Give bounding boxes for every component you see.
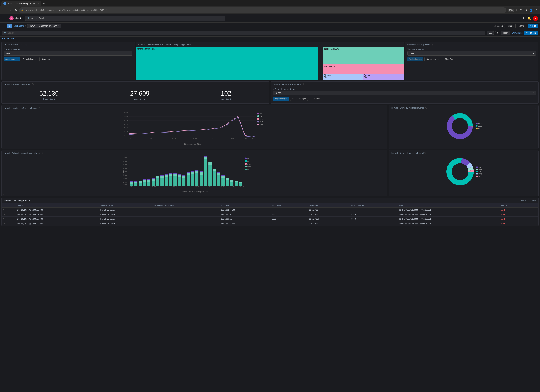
network-transport-type-dropdown[interactable]: Select... ▾: [273, 91, 536, 95]
info-icon-event[interactable]: ⓘ: [32, 83, 34, 85]
bell-icon[interactable]: 🔔: [527, 16, 532, 20]
treemap-menu-icon[interactable]: ⋮: [400, 44, 402, 46]
treemap-region-au: Australia 7%: [323, 64, 403, 74]
plus-icon: +: [2, 37, 3, 40]
clear-form-button-firewall[interactable]: Clear form: [40, 57, 52, 61]
col-source-port[interactable]: source.port: [270, 203, 308, 208]
firewall-selector-title: Firewall Selector [pfSense]: [4, 44, 26, 46]
svg-rect-115: [226, 179, 229, 180]
download-button[interactable]: ⬇: [525, 8, 528, 12]
svg-rect-82: [178, 175, 181, 177]
address-bar[interactable]: 🔒 kali-purple.kali.purple:5601/app/dashb…: [19, 7, 506, 13]
cell-src-port-2: 5353: [270, 217, 308, 221]
events-time-menu[interactable]: ⋮: [383, 107, 385, 109]
events-interface-scroll[interactable]: ↔: [390, 146, 391, 148]
stat-rdr: 102 rdr - Count: [221, 90, 231, 100]
back-button[interactable]: ←: [2, 8, 7, 12]
profile-button[interactable]: 👤: [529, 8, 533, 12]
col-event-action[interactable]: event.action: [499, 203, 538, 208]
hamburger-button[interactable]: ☰: [2, 24, 6, 28]
svg-point-138: [245, 169, 247, 170]
chevron-down-icon-interface: ▾: [533, 52, 534, 55]
discover-table-wrapper[interactable]: Time ↑ observer.name observer.ingress.vl…: [2, 203, 538, 226]
row-expand-2[interactable]: >: [3, 218, 5, 220]
add-filter-button[interactable]: + + Add filter: [0, 37, 540, 40]
dashboard-row-1: Firewall Selector [pfSense] ⓘ ▽ Firewall…: [1, 42, 539, 80]
edit-button[interactable]: ✎ Edit: [528, 24, 538, 28]
svg-rect-103: [208, 162, 211, 164]
info-icon-events-interface[interactable]: ⓘ: [425, 107, 427, 109]
network-transport-scroll[interactable]: ↔: [390, 194, 391, 195]
info-icon-firewall[interactable]: ⓘ: [27, 44, 29, 46]
time-filter[interactable]: Today: [501, 31, 510, 35]
cancel-changes-button-transport[interactable]: Cancel changes: [290, 97, 308, 101]
info-icon-events-time[interactable]: ⓘ: [38, 107, 40, 109]
clear-form-button-interface[interactable]: Clear form: [443, 57, 456, 61]
svg-text:end: end: [260, 113, 262, 114]
active-browser-tab[interactable]: Firewall - Dashboard [pfSense] ✕: [1, 1, 41, 6]
bookmark-button[interactable]: ☆: [515, 8, 519, 12]
search-input[interactable]: 🔍 Search: [2, 30, 485, 35]
forward-button[interactable]: →: [8, 8, 13, 12]
fullscreen-button[interactable]: Full screen: [491, 24, 505, 28]
svg-rect-74: [165, 174, 168, 175]
info-icon-interface[interactable]: ⓘ: [432, 44, 433, 46]
kql-settings-button[interactable]: ⚙: [495, 31, 499, 35]
svg-rect-67: [156, 176, 159, 179]
col-vlan[interactable]: observer.ingress.vlan.id: [152, 203, 219, 208]
grid-icon[interactable]: ⊞: [522, 16, 525, 20]
network-transport-header: Firewall - Network Transport [pfSense] ⓘ…: [389, 150, 538, 155]
cell-rule-1: 02f4ba031b57d1e30553ce0be0ec131: [397, 212, 499, 217]
row-expand-0[interactable]: >: [3, 208, 5, 211]
clone-button[interactable]: Clone: [517, 24, 526, 28]
legend-block: block: [476, 123, 482, 125]
elastic-menu-button[interactable]: ☰: [2, 16, 7, 20]
apply-changes-button-interface[interactable]: Apply changes: [407, 57, 423, 61]
refresh-button[interactable]: ↻ Refresh: [524, 31, 538, 35]
network-transport-menu[interactable]: ⋮: [535, 152, 536, 154]
col-source-ip[interactable]: source.ip: [219, 203, 270, 208]
info-icon-net-transport-time[interactable]: ⓘ: [42, 152, 44, 154]
col-time[interactable]: Time ↑: [15, 203, 98, 208]
cancel-changes-button-interface[interactable]: Cancel changes: [425, 57, 442, 61]
zoom-badge: 50%: [508, 9, 514, 12]
cancel-changes-button-firewall[interactable]: Cancel changes: [21, 57, 38, 61]
row-expand-1[interactable]: >: [3, 213, 5, 216]
col-dest-ip[interactable]: destination.ip: [307, 203, 350, 208]
kql-badge[interactable]: KQL: [487, 31, 494, 35]
svg-text:06:00: 06:00: [172, 138, 176, 139]
apply-changes-button-firewall[interactable]: Apply changes: [4, 57, 20, 61]
breadcrumb-dashboard[interactable]: Dashboard: [14, 25, 24, 27]
reload-button[interactable]: ↻: [14, 8, 18, 13]
new-tab-button[interactable]: +: [41, 1, 46, 6]
show-dates-button[interactable]: Show dates: [512, 32, 523, 34]
events-time-scroll-icon[interactable]: ↔: [2, 146, 4, 148]
firewall-selector-dropdown[interactable]: Select... ▾: [4, 51, 132, 56]
col-rule-id[interactable]: rule.id: [397, 203, 499, 208]
breadcrumb-current[interactable]: Firewall - Dashboard [pfSense] ▾: [27, 24, 61, 28]
events-interface-menu[interactable]: ⋮: [535, 107, 536, 109]
interface-selector-dropdown[interactable]: Select... ▾: [407, 51, 536, 56]
network-transport-time-menu[interactable]: ⋮: [383, 152, 385, 154]
col-observer-name[interactable]: observer.name: [98, 203, 152, 208]
cell-observer-2: firewall.kali.purple: [98, 217, 152, 221]
user-avatar[interactable]: k: [533, 16, 538, 21]
menu-button[interactable]: ⋮: [535, 8, 538, 12]
svg-text:18:00: 18:00: [232, 186, 236, 188]
cell-src-ip-0: 192.168.254.200: [219, 208, 270, 212]
info-icon-net-transport[interactable]: ⓘ: [425, 152, 426, 154]
clear-form-button-transport[interactable]: Clear form: [309, 97, 321, 101]
row-expand-3[interactable]: >: [3, 222, 5, 225]
elastic-search-box[interactable]: 🔍 Search Elastic: [25, 16, 225, 21]
info-icon-treemap[interactable]: ⓘ: [192, 44, 194, 46]
stat-block-label: block - Count: [40, 98, 59, 100]
cell-src-port-3: -: [270, 221, 308, 226]
svg-rect-56: [143, 180, 146, 182]
extensions-button[interactable]: 🛡: [520, 8, 523, 12]
share-button[interactable]: Share: [506, 24, 515, 28]
network-transport-time-scroll[interactable]: ↔: [2, 194, 4, 195]
tab-close-button[interactable]: ✕: [37, 2, 39, 5]
info-icon-transport[interactable]: ⓘ: [303, 83, 304, 85]
apply-changes-button-transport[interactable]: Apply changes: [273, 97, 289, 101]
col-dest-port[interactable]: destination.port: [350, 203, 397, 208]
